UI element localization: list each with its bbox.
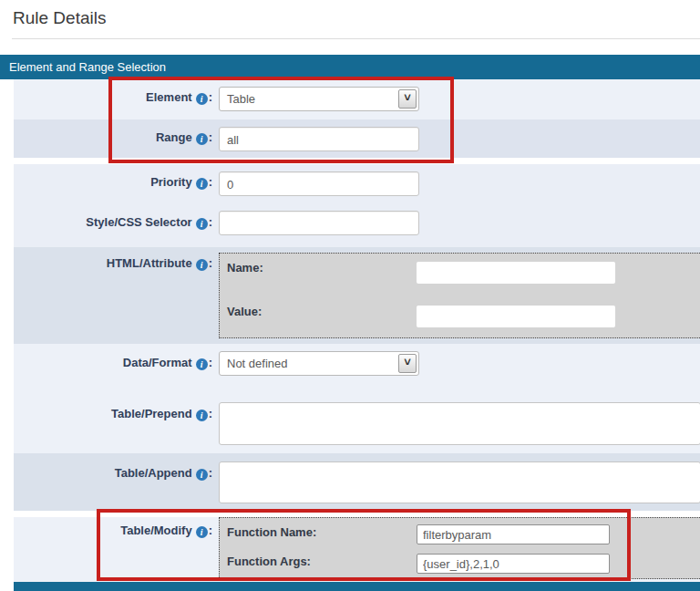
table-append-textarea[interactable]: [219, 461, 700, 503]
html-attribute-label-text: HTML/Attribute: [107, 256, 192, 270]
info-icon[interactable]: i: [196, 93, 208, 105]
info-icon[interactable]: i: [196, 469, 208, 481]
table-prepend-control-cell: [219, 394, 700, 453]
table-append-control-cell: [219, 453, 700, 511]
title-divider: [12, 38, 700, 39]
info-icon[interactable]: i: [196, 410, 208, 421]
rule-details-page: Rule Details Element and Range Selection…: [0, 0, 700, 591]
style-css-selector-control-cell: [219, 204, 700, 247]
html-attribute-group-box: Name: Value:: [219, 253, 700, 338]
table-prepend-textarea[interactable]: [219, 402, 700, 445]
label-colon: :: [209, 356, 212, 369]
table-modify-label-text: Table/Modify: [120, 524, 191, 537]
field-row-style-css-selector: Style/CSS Selectori:: [14, 204, 700, 247]
table-append-label: Table/Appendi:: [14, 453, 212, 511]
page-title: Rule Details: [13, 8, 106, 28]
style-css-selector-input[interactable]: [219, 211, 419, 235]
table-append-label-text: Table/Append: [115, 466, 192, 480]
function-name-label: Function Name:: [227, 525, 316, 539]
range-label: Rangei:: [14, 119, 212, 158]
chevron-down-icon[interactable]: ˅: [398, 89, 417, 109]
info-icon[interactable]: i: [196, 218, 208, 230]
info-icon[interactable]: i: [196, 526, 208, 538]
data-format-label: Data/Formati:: [14, 344, 212, 394]
rule-details-form: Elementi: Table ˅ Rangei: Priorityi: Sty…: [0, 79, 700, 582]
label-colon: :: [209, 407, 212, 420]
label-colon: :: [209, 466, 212, 480]
info-icon[interactable]: i: [196, 358, 208, 370]
data-format-select-value: Not defined: [220, 352, 418, 376]
row-gap: [0, 511, 700, 517]
attribute-name-input[interactable]: [417, 262, 615, 284]
element-control-cell: Table ˅: [219, 79, 700, 119]
info-icon[interactable]: i: [196, 178, 208, 190]
style-css-selector-label-text: Style/CSS Selector: [86, 215, 191, 229]
attribute-value-label: Value:: [227, 305, 262, 318]
info-icon[interactable]: i: [196, 259, 208, 271]
priority-input[interactable]: [219, 171, 419, 196]
element-select[interactable]: Table ˅: [219, 87, 419, 111]
label-colon: :: [209, 524, 212, 537]
label-colon: :: [209, 130, 212, 144]
field-row-priority: Priorityi:: [14, 164, 700, 204]
element-select-value: Table: [220, 88, 418, 111]
range-input[interactable]: [219, 127, 419, 151]
section-header-element-and-range: Element and Range Selection: [0, 55, 700, 79]
element-label-text: Element: [146, 90, 192, 104]
range-label-text: Range: [156, 130, 192, 144]
label-colon: :: [209, 175, 212, 189]
function-args-label: Function Args:: [227, 555, 311, 568]
table-modify-control-cell: Function Name: Function Args:: [219, 517, 700, 582]
style-css-selector-label: Style/CSS Selectori:: [14, 204, 212, 247]
table-prepend-label-text: Table/Prepend: [111, 407, 192, 420]
attribute-name-label: Name:: [227, 261, 263, 275]
data-format-select[interactable]: Not defined ˅: [219, 351, 419, 376]
html-attribute-label: HTML/Attributei:: [14, 247, 212, 344]
data-format-label-text: Data/Format: [123, 356, 192, 369]
function-name-input[interactable]: [417, 524, 610, 544]
priority-label: Priorityi:: [14, 164, 212, 204]
field-row-data-format: Data/Formati: Not defined ˅: [14, 344, 700, 394]
field-row-html-attribute: HTML/Attributei: Name: Value:: [14, 247, 700, 344]
html-attribute-control-cell: Name: Value:: [219, 247, 700, 344]
field-row-element: Elementi: Table ˅: [14, 79, 700, 119]
table-modify-label: Table/Modifyi:: [14, 517, 212, 582]
label-colon: :: [209, 90, 212, 104]
attribute-value-input[interactable]: [417, 306, 615, 327]
label-colon: :: [209, 256, 212, 270]
field-row-table-append: Table/Appendi:: [14, 453, 700, 511]
field-row-range: Rangei:: [14, 119, 700, 158]
label-colon: :: [209, 215, 212, 229]
priority-label-text: Priority: [150, 175, 192, 189]
element-label: Elementi:: [14, 79, 212, 119]
data-format-control-cell: Not defined ˅: [219, 344, 700, 394]
function-args-input[interactable]: [417, 554, 610, 574]
table-prepend-label: Table/Prependi:: [14, 394, 212, 453]
table-modify-group-box: Function Name: Function Args:: [219, 517, 700, 579]
range-control-cell: [219, 119, 700, 158]
row-gap: [0, 158, 700, 164]
field-row-table-prepend: Table/Prependi:: [14, 394, 700, 453]
chevron-down-icon[interactable]: ˅: [398, 354, 417, 373]
next-section-header-bar: [14, 582, 700, 591]
priority-control-cell: [219, 164, 700, 204]
field-row-table-modify: Table/Modifyi: Function Name: Function A…: [14, 517, 700, 582]
info-icon[interactable]: i: [196, 133, 208, 145]
